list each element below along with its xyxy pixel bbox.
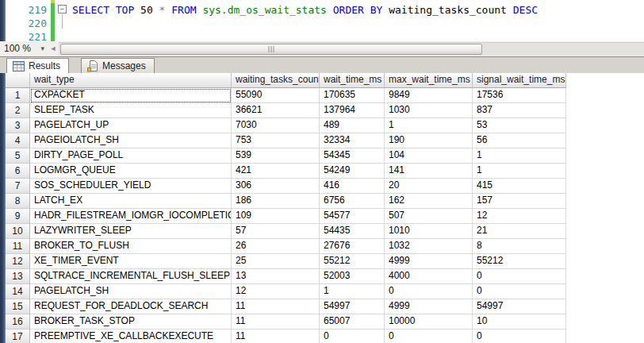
cell[interactable]: 1032 — [385, 239, 473, 254]
cell[interactable]: 157 — [473, 194, 566, 209]
cell[interactable]: 20 — [385, 179, 473, 194]
row-header[interactable]: 9 — [6, 209, 30, 224]
cell[interactable]: 4000 — [385, 269, 473, 284]
cell[interactable]: 0 — [320, 330, 385, 343]
cell[interactable]: 0 — [385, 330, 473, 343]
cell[interactable]: 54997 — [473, 299, 566, 314]
cell[interactable]: 6756 — [320, 194, 385, 209]
cell[interactable]: 54577 — [320, 209, 385, 224]
horizontal-scrollbar[interactable] — [59, 42, 644, 56]
cell[interactable]: 12 — [232, 284, 320, 299]
query-editor[interactable]: 218 219 220 221 − SELECT TOP 50 * FROM s… — [6, 0, 644, 41]
cell[interactable]: 25 — [232, 254, 320, 269]
row-header[interactable]: 6 — [6, 164, 30, 179]
cell[interactable]: 4999 — [385, 254, 473, 269]
cell[interactable]: 55090 — [232, 88, 320, 103]
row-header[interactable]: 5 — [6, 148, 30, 164]
cell[interactable]: SQLTRACE_INCREMENTAL_FLUSH_SLEEP — [30, 269, 232, 284]
cell[interactable]: 4999 — [385, 299, 473, 314]
cell[interactable]: PAGEIOLATCH_SH — [30, 133, 232, 148]
cell[interactable]: 109 — [232, 209, 320, 224]
cell[interactable]: SOS_SCHEDULER_YIELD — [30, 179, 232, 194]
cell[interactable]: 186 — [232, 194, 320, 209]
row-header[interactable]: 14 — [6, 284, 30, 299]
cell[interactable]: 753 — [232, 133, 320, 148]
cell[interactable]: BROKER_TO_FLUSH — [30, 239, 232, 254]
column-header[interactable]: wait_time_ms — [320, 73, 385, 88]
cell[interactable]: 415 — [473, 179, 566, 194]
cell[interactable]: 1030 — [385, 103, 473, 118]
cell[interactable]: LATCH_EX — [30, 194, 232, 209]
scrollbar-thumb[interactable] — [60, 44, 482, 55]
zoom-control[interactable]: 100 % ▾ — [2, 41, 46, 56]
row-header[interactable]: 11 — [6, 239, 30, 254]
cell[interactable]: PAGELATCH_SH — [30, 284, 232, 299]
cell[interactable]: 1010 — [385, 224, 473, 239]
cell[interactable]: 137964 — [320, 103, 385, 118]
cell[interactable]: LOGMGR_QUEUE — [30, 164, 232, 179]
cell[interactable]: 54345 — [320, 148, 385, 164]
row-header[interactable]: 8 — [6, 194, 30, 209]
cell[interactable]: 489 — [320, 118, 385, 133]
cell[interactable]: 1 — [320, 284, 385, 299]
cell[interactable]: PAGELATCH_UP — [30, 118, 232, 133]
cell[interactable]: 52003 — [320, 269, 385, 284]
cell[interactable]: 507 — [385, 209, 473, 224]
column-header[interactable]: waiting_tasks_count — [232, 73, 320, 88]
cell[interactable]: 539 — [232, 148, 320, 164]
column-header[interactable]: signal_wait_time_ms — [473, 73, 566, 88]
cell[interactable]: 11 — [232, 314, 320, 330]
cell[interactable]: 0 — [473, 284, 566, 299]
cell[interactable]: 53 — [473, 118, 566, 133]
cell[interactable]: 36621 — [232, 103, 320, 118]
cell[interactable]: 837 — [473, 103, 566, 118]
row-header[interactable]: 13 — [6, 269, 30, 284]
row-header[interactable]: 2 — [6, 103, 30, 118]
cell[interactable]: 11 — [232, 299, 320, 314]
cell[interactable]: 0 — [385, 284, 473, 299]
cell[interactable]: 55212 — [320, 254, 385, 269]
column-header[interactable]: max_wait_time_ms — [385, 73, 473, 88]
cell[interactable]: 1 — [385, 118, 473, 133]
cell[interactable]: 65007 — [320, 314, 385, 330]
cell[interactable]: 32334 — [320, 133, 385, 148]
cell[interactable]: 1 — [473, 148, 566, 164]
row-header[interactable]: 17 — [6, 330, 30, 343]
cell[interactable]: SLEEP_TASK — [30, 103, 232, 118]
cell[interactable]: BROKER_TASK_STOP — [30, 314, 232, 330]
cell[interactable]: 54435 — [320, 224, 385, 239]
cell[interactable]: LAZYWRITER_SLEEP — [30, 224, 232, 239]
cell[interactable]: 12 — [473, 209, 566, 224]
cell[interactable]: 0 — [473, 269, 566, 284]
row-header[interactable]: 15 — [6, 299, 30, 314]
cell[interactable]: 27676 — [320, 239, 385, 254]
cell[interactable]: 26 — [232, 239, 320, 254]
cell[interactable]: DIRTY_PAGE_POLL — [30, 148, 232, 164]
cell[interactable]: PREEMPTIVE_XE_CALLBACKEXECUTE — [30, 330, 232, 343]
collapse-region-toggle[interactable]: − — [58, 5, 67, 13]
cell[interactable]: 141 — [385, 164, 473, 179]
cell[interactable]: REQUEST_FOR_DEADLOCK_SEARCH — [30, 299, 232, 314]
cell[interactable]: 421 — [232, 164, 320, 179]
cell[interactable]: HADR_FILESTREAM_IOMGR_IOCOMPLETION — [30, 209, 232, 224]
row-header[interactable]: 12 — [6, 254, 30, 269]
cell[interactable]: 11 — [232, 330, 320, 343]
cell[interactable]: 21 — [473, 224, 566, 239]
cell[interactable]: 104 — [385, 148, 473, 164]
code-line[interactable]: SELECT TOP 50 * FROM sys.dm_os_wait_stat… — [72, 3, 538, 17]
row-header[interactable]: 16 — [6, 314, 30, 330]
row-header[interactable]: 3 — [6, 118, 30, 133]
cell[interactable]: 0 — [473, 330, 566, 343]
cell[interactable]: 55212 — [473, 254, 566, 269]
cell[interactable]: XE_TIMER_EVENT — [30, 254, 232, 269]
cell[interactable]: 416 — [320, 179, 385, 194]
cell[interactable]: 17536 — [473, 88, 566, 103]
cell[interactable]: 56 — [473, 133, 566, 148]
cell[interactable]: 7030 — [232, 118, 320, 133]
cell[interactable]: 306 — [232, 179, 320, 194]
cell[interactable]: 54249 — [320, 164, 385, 179]
cell[interactable]: 1 — [473, 164, 566, 179]
column-header[interactable]: wait_type — [30, 73, 232, 88]
cell[interactable]: 10000 — [385, 314, 473, 330]
cell[interactable]: 10 — [473, 314, 566, 330]
